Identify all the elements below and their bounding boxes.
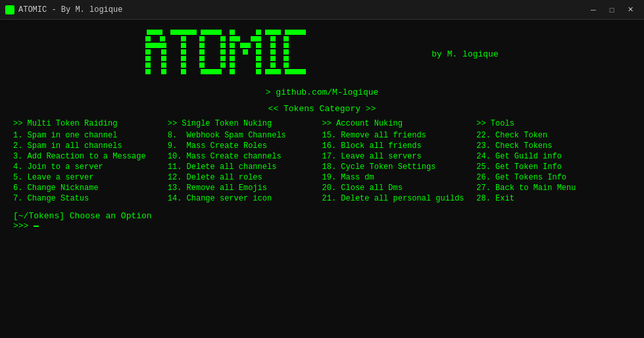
svg-rect-47 xyxy=(256,30,261,35)
menu-item-2: 2. Spam in all channels xyxy=(13,141,168,151)
title-bar: ATOMIC - By M. logique ─ □ ✕ xyxy=(0,0,644,20)
svg-rect-42 xyxy=(201,69,206,74)
svg-rect-55 xyxy=(256,43,261,48)
svg-rect-29 xyxy=(206,30,211,35)
close-button[interactable]: ✕ xyxy=(622,3,639,16)
svg-rect-36 xyxy=(199,49,205,55)
col3-header: >> Account Nuking xyxy=(322,119,477,128)
menu-item-13: 13. Remove all Emojis xyxy=(168,183,322,193)
col4-header: >> Tools xyxy=(476,119,631,128)
menu-item-20: 20. Close all Dms xyxy=(322,183,477,193)
svg-rect-27 xyxy=(181,69,186,74)
svg-rect-5 xyxy=(145,43,151,48)
svg-rect-78 xyxy=(295,30,301,35)
svg-rect-85 xyxy=(285,69,290,74)
menu-item-7: 7. Change Status xyxy=(13,194,168,203)
cursor-blink xyxy=(34,226,39,227)
author-label: by M. logique xyxy=(432,49,498,59)
svg-rect-54 xyxy=(245,43,251,48)
svg-rect-57 xyxy=(243,49,248,55)
svg-rect-56 xyxy=(230,49,235,55)
svg-rect-10 xyxy=(161,49,166,55)
svg-rect-34 xyxy=(199,43,205,48)
svg-rect-51 xyxy=(256,36,261,41)
svg-rect-44 xyxy=(211,69,216,74)
svg-rect-72 xyxy=(270,62,276,68)
menu-item-24: 24. Get Guild info xyxy=(476,152,631,161)
svg-rect-11 xyxy=(145,56,151,61)
prompt-line-2[interactable]: >>> xyxy=(13,221,631,231)
svg-rect-0 xyxy=(147,30,152,35)
menu-item-19: 19. Mass dm xyxy=(322,173,477,182)
svg-rect-64 xyxy=(256,69,261,74)
svg-rect-69 xyxy=(270,43,276,48)
svg-rect-7 xyxy=(156,43,161,48)
svg-rect-71 xyxy=(270,56,276,61)
menu-item-26: 26. Get Tokens Info xyxy=(476,173,631,182)
svg-rect-58 xyxy=(256,49,261,55)
svg-rect-38 xyxy=(199,56,205,61)
atomic-logo xyxy=(145,30,422,82)
svg-rect-39 xyxy=(220,56,226,61)
svg-rect-12 xyxy=(161,56,166,61)
svg-rect-21 xyxy=(191,30,197,35)
menu-col-3: >> Account Nuking 15. Remove all friends… xyxy=(322,119,477,203)
title-bar-controls: ─ □ ✕ xyxy=(585,3,639,16)
svg-rect-81 xyxy=(284,43,289,48)
svg-rect-45 xyxy=(216,69,222,74)
minimize-button[interactable]: ─ xyxy=(585,3,602,16)
menu-col-2: >> Single Token Nuking 8. Webhook Spam C… xyxy=(168,119,322,203)
svg-rect-75 xyxy=(276,69,281,74)
menu-item-5: 5. Leave a server xyxy=(13,173,168,182)
category-header: << Tokens Category >> xyxy=(268,104,376,114)
app-icon xyxy=(5,5,14,14)
menu-item-3: 3. Add Reaction to a Message xyxy=(13,152,168,161)
svg-rect-60 xyxy=(256,56,261,61)
svg-rect-18 xyxy=(176,30,181,35)
menu-item-23: 23. Check Tokens xyxy=(476,141,631,151)
svg-rect-88 xyxy=(301,69,306,74)
svg-rect-31 xyxy=(216,30,222,35)
window-title: ATOMIC - By M. logique xyxy=(18,5,122,14)
svg-rect-6 xyxy=(151,43,156,48)
menu-item-22: 22. Check Token xyxy=(476,131,631,140)
svg-rect-48 xyxy=(230,36,235,41)
svg-rect-73 xyxy=(265,69,270,74)
svg-rect-43 xyxy=(206,69,211,74)
menu-col-4: >> Tools 22. Check Token 23. Check Token… xyxy=(476,119,631,203)
svg-rect-4 xyxy=(160,36,165,41)
menu-item-15: 15. Remove all friends xyxy=(322,131,477,140)
menu-item-9: 9. Mass Create Roles xyxy=(168,141,322,151)
svg-rect-35 xyxy=(220,43,226,48)
title-bar-left: ATOMIC - By M. logique xyxy=(5,5,122,14)
menu-item-11: 11. Delete all channels xyxy=(168,162,322,172)
maximize-button[interactable]: □ xyxy=(603,3,620,16)
svg-rect-30 xyxy=(211,30,216,35)
svg-rect-19 xyxy=(181,30,186,35)
menu-item-8: 8. Webhook Spam Channels xyxy=(168,131,322,140)
prompt-area: [~/Tokens] Choose an Option >>> xyxy=(13,211,631,231)
svg-rect-49 xyxy=(235,36,240,41)
svg-rect-3 xyxy=(145,36,151,41)
svg-rect-86 xyxy=(290,69,295,74)
svg-rect-50 xyxy=(251,36,256,41)
svg-rect-66 xyxy=(270,30,276,35)
svg-rect-77 xyxy=(290,30,295,35)
svg-rect-9 xyxy=(145,49,151,55)
svg-rect-46 xyxy=(230,30,235,35)
menu-item-4: 4. Join to a server xyxy=(13,162,168,172)
prompt-text-1: [~/Tokens] Choose an Option xyxy=(13,211,152,221)
menu-item-28: 28. Exit xyxy=(476,194,631,203)
svg-rect-79 xyxy=(301,30,306,35)
menu-item-27: 27. Back to Main Menu xyxy=(476,183,631,193)
svg-rect-87 xyxy=(295,69,301,74)
svg-rect-76 xyxy=(285,30,290,35)
svg-rect-22 xyxy=(181,36,186,41)
svg-rect-82 xyxy=(284,49,289,55)
svg-rect-37 xyxy=(220,49,226,55)
svg-rect-16 xyxy=(161,69,166,74)
svg-rect-33 xyxy=(220,36,226,41)
svg-rect-32 xyxy=(199,36,205,41)
svg-rect-68 xyxy=(270,36,276,41)
svg-rect-67 xyxy=(276,30,281,35)
